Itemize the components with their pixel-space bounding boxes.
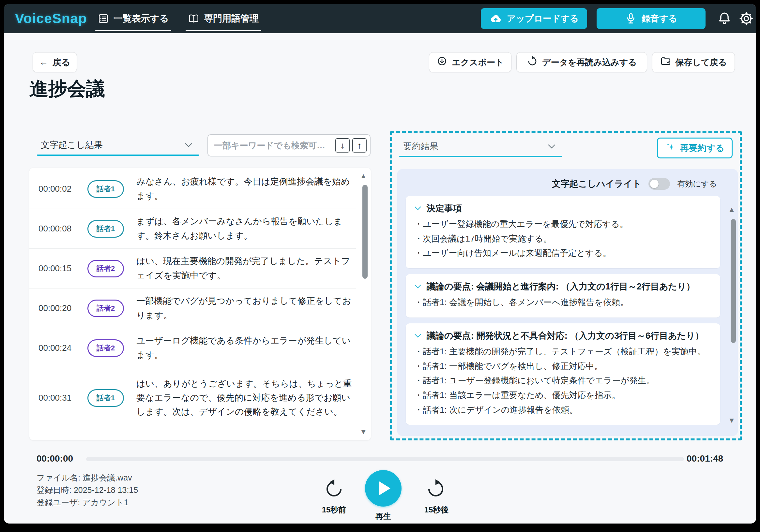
transcript-row[interactable]: 00:00:31 話者1 はい、ありがとうございます。そちらは、ちょっと重要なエ…: [29, 368, 356, 428]
scroll-down-icon[interactable]: ▼: [728, 417, 735, 424]
rewind-15s-button[interactable]: [324, 478, 345, 499]
play-button[interactable]: [365, 470, 402, 507]
search-input[interactable]: [214, 141, 333, 151]
summary-section-title: 決定事項: [427, 202, 462, 214]
save-and-back-button[interactable]: 保存して戻る: [652, 52, 735, 72]
scroll-up-icon[interactable]: ▲: [360, 172, 367, 180]
search-prev-button[interactable]: ↑: [352, 138, 367, 153]
chevron-down-icon: [414, 284, 421, 289]
book-icon: [188, 13, 199, 24]
summary-bullet: ・話者1: 一部機能でバグを検出し、修正対応中。: [414, 359, 712, 374]
reload-data-button-label: データを再読み込みする: [542, 57, 637, 68]
transcript-row[interactable]: 00:00:15 話者2 はい、現在主要機能の開発が完了しました。テストフェイズ…: [29, 249, 356, 288]
main-nav: 一覧表示する 専門用語管理: [95, 4, 261, 33]
app-window: VoiceSnap 一覧表示する 専門用語管理: [4, 4, 756, 523]
summary-section-header[interactable]: 議論の要点: 会議開始と進行案内: （入力文の1行目～2行目あたり）: [414, 281, 712, 292]
export-download-icon: [436, 56, 448, 69]
summary-panel: 要約結果 再要約する 文字起こしハイライト 有効にする: [390, 131, 742, 440]
refresh-icon: [527, 56, 538, 69]
timestamp: 00:00:24: [38, 343, 87, 353]
summary-section-header[interactable]: 議論の要点: 開発状況と不具合対応: （入力文の3行目～6行目あたり）: [414, 330, 712, 342]
highlight-toggle[interactable]: [648, 178, 670, 190]
seek-bar[interactable]: [86, 457, 684, 461]
summary-bullet: ・次回会議は17時開始で実施する。: [414, 232, 712, 246]
sparkles-icon: [665, 142, 676, 155]
scroll-up-icon[interactable]: ▲: [728, 206, 735, 213]
speaker-badge: 話者1: [87, 180, 124, 198]
summary-section: 議論の要点: 会議開始と進行案内: （入力文の1行目～2行目あたり） ・話者1:…: [406, 274, 720, 318]
reload-data-button[interactable]: データを再読み込みする: [516, 52, 647, 72]
export-button[interactable]: エクスポート: [429, 52, 511, 72]
summary-section: 議論の要点: 開発状況と不具合対応: （入力文の3行目～6行目あたり） ・話者1…: [406, 323, 720, 425]
file-info: ファイル名: 進捗会議.wav 登録日時: 2025-12-18 13:15 登…: [36, 471, 138, 509]
summary-section: 決定事項 ・ユーザー登録機能の重大エラーを最優先で対応する。 ・次回会議は17時…: [406, 196, 720, 268]
chevron-down-icon: [414, 333, 421, 338]
toggle-knob: [650, 180, 659, 188]
highlight-toggle-row: 文字起こしハイライト 有効にする: [406, 174, 720, 194]
summary-view-select[interactable]: 要約結果: [399, 137, 562, 157]
transcript-view-select[interactable]: 文字起こし結果: [37, 136, 199, 156]
chevron-down-icon: [184, 143, 193, 148]
speaker-badge: 話者2: [87, 260, 124, 277]
transcript-text: まずは、各メンバーみなさんから報告を願いたします。鈴木さんお願いします。: [136, 214, 354, 243]
transcript-text: はい、ありがとうございます。そちらは、ちょっと重要なエラーなので、優先的に対応を…: [136, 377, 354, 419]
timestamp: 00:00:15: [38, 263, 87, 274]
registered-at: 登録日時: 2025-12-18 13:15: [36, 484, 138, 496]
transcript-text: はい、現在主要機能の開発が完了しました。テストフェイズを実施中です。: [136, 254, 354, 282]
gear-icon[interactable]: [738, 11, 754, 26]
transcript-row[interactable]: 00:00:20 話者2 一部機能でバグが見つかっておりまして修正をしております…: [29, 288, 356, 328]
transcript-list: 00:00:02 話者1 みなさん、お疲れ様です。今日は定例進捗会議を始めます。…: [29, 169, 356, 439]
summary-section-title: 議論の要点: 開発状況と不具合対応: （入力文の3行目～6行目あたり）: [427, 330, 704, 342]
nav-item-list-view[interactable]: 一覧表示する: [95, 4, 171, 33]
back-button-label: 戻る: [53, 56, 71, 68]
page-title: 進捗会議: [29, 76, 105, 102]
chevron-down-icon: [547, 144, 556, 149]
export-button-label: エクスポート: [452, 57, 503, 68]
cloud-upload-icon: [489, 12, 502, 25]
summary-section-header[interactable]: 決定事項: [414, 202, 712, 214]
transcript-search: ↓ ↑: [208, 134, 370, 156]
bell-icon[interactable]: [717, 11, 732, 26]
highlight-toggle-label: 文字起こしハイライト: [552, 178, 641, 190]
record-button-label: 録音する: [641, 13, 677, 24]
nav-item-terminology[interactable]: 専門用語管理: [186, 4, 261, 33]
forward-15s-button[interactable]: [425, 478, 446, 499]
transcript-row[interactable]: 00:00:08 話者1 まずは、各メンバーみなさんから報告を願いたします。鈴木…: [29, 209, 356, 249]
timestamp: 00:00:08: [38, 224, 87, 234]
search-next-button[interactable]: ↓: [335, 138, 350, 153]
folder-check-icon: [660, 56, 671, 69]
transcript-view-select-value: 文字起こし結果: [41, 139, 103, 151]
upload-button-label: アップロードする: [507, 13, 579, 24]
resummarize-button[interactable]: 再要約する: [657, 138, 733, 158]
total-time: 00:01:48: [687, 454, 723, 464]
transcript-row[interactable]: 00:00:02 話者1 みなさん、お疲れ様です。今日は定例進捗会議を始めます。: [29, 169, 356, 209]
summary-view-select-value: 要約結果: [403, 141, 438, 152]
summary-bullet: ・話者1: ユーザー登録機能において特定条件でエラーが発生。: [414, 373, 712, 388]
toolbar-actions: エクスポート データを再読み込みする 保存して戻る: [429, 52, 735, 72]
speaker-badge: 話者1: [87, 220, 124, 238]
transcript-row[interactable]: 00:00:24 話者2 ユーザーログ機能である条件からエラーが発生しています。: [29, 328, 356, 368]
save-and-back-button-label: 保存して戻る: [676, 57, 727, 68]
upload-button[interactable]: アップロードする: [481, 8, 587, 29]
scroll-down-icon[interactable]: ▼: [360, 428, 367, 435]
enable-label: 有効にする: [677, 179, 717, 189]
record-button[interactable]: 録音する: [596, 8, 705, 29]
transcript-scrollbar-thumb[interactable]: [362, 185, 368, 279]
summary-bullet: ・ユーザー登録機能の重大エラーを最優先で対応する。: [414, 217, 712, 232]
nav-item-label: 一覧表示する: [114, 12, 168, 25]
timestamp: 00:00:20: [38, 303, 87, 313]
forward-15s-label: 15秒後: [413, 505, 459, 515]
transcript-text: 一部機能でバグが見つかっておりまして修正をしております。: [136, 294, 354, 322]
resummarize-button-label: 再要約する: [680, 142, 725, 154]
nav-item-label: 専門用語管理: [204, 12, 259, 25]
transcript-text: ユーザーログ機能である条件からエラーが発生しています。: [136, 334, 354, 362]
speaker-badge: 話者2: [87, 299, 124, 317]
timestamp: 00:00:31: [38, 393, 87, 403]
summary-bullet: ・話者1: 主要機能の開発が完了し、テストフェーズ（検証工程）を実施中。: [414, 344, 712, 359]
summary-bullet: ・話者1: 会議を開始し、各メンバーへ進捗報告を依頼。: [414, 295, 712, 310]
summary-scrollbar-thumb[interactable]: [731, 219, 736, 343]
back-button[interactable]: ← 戻る: [33, 52, 77, 72]
timestamp: 00:00:02: [38, 184, 87, 194]
arrow-up-icon: ↑: [357, 141, 362, 151]
summary-content: 文字起こしハイライト 有効にする 決定事項 ・ユーザー登録機能の重大エラーを最優…: [397, 169, 738, 436]
